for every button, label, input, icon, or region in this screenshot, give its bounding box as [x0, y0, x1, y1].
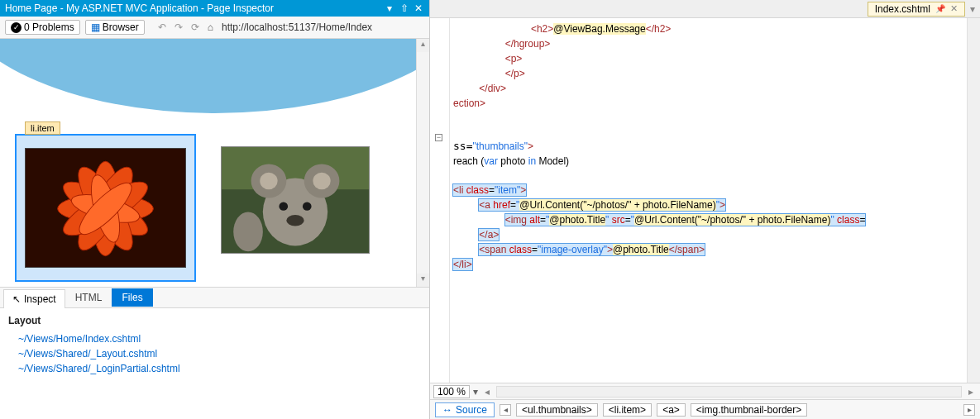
tab-files[interactable]: Files [112, 288, 152, 307]
thumbnails-row [15, 134, 370, 282]
editor-scrollbar[interactable] [967, 18, 980, 383]
breadcrumb-item[interactable]: <li.item> [603, 403, 652, 417]
tab-inspect[interactable]: ↖ Inspect [3, 289, 65, 308]
window-controls: ▾ ⇧ ✕ [384, 2, 424, 14]
file-tab-bar: Index.cshtml 📌 ✕ ▾ [430, 0, 980, 18]
code-content[interactable]: <h2>@ViewBag.Message</h2> </hgroup> <p> … [453, 21, 963, 272]
element-tooltip: li.item [25, 121, 60, 135]
pin-icon[interactable]: ⇧ [399, 2, 410, 14]
window-dropdown-icon[interactable]: ▾ [384, 2, 395, 14]
scroll-right-icon[interactable]: ▸ [965, 386, 977, 398]
close-icon[interactable]: ✕ [413, 2, 424, 14]
browser-label: Browser [103, 21, 139, 33]
horizontal-scrollbar[interactable] [496, 386, 962, 398]
source-button[interactable]: ↔ Source [435, 402, 495, 417]
refresh-icon[interactable]: ⟳ [191, 21, 199, 33]
preview-scrollbar[interactable]: ▴ ▾ [416, 39, 429, 287]
forward-icon[interactable]: ↷ [174, 21, 183, 33]
thumbnail-image-1 [25, 148, 186, 268]
zoom-bar: 100 % ▾ ◂ ▸ [430, 383, 980, 399]
inspector-tabs: ↖ Inspect HTML Files [0, 287, 429, 308]
svg-point-16 [260, 173, 277, 189]
browser-button[interactable]: ▦ Browser [85, 20, 145, 35]
file-tab-index[interactable]: Index.cshtml 📌 ✕ [868, 2, 965, 17]
cursor-icon: ↖ [12, 293, 21, 305]
layout-section: Layout ~/Views/Home/Index.cshtml ~/Views… [0, 308, 429, 383]
close-icon[interactable]: ✕ [950, 3, 958, 14]
fold-icon[interactable]: − [435, 134, 442, 141]
tab-overflow-icon[interactable]: ▾ [970, 3, 975, 15]
zoom-level[interactable]: 100 % [433, 385, 470, 398]
code-gutter: − [430, 18, 450, 383]
file-tab-label: Index.cshtml [875, 3, 930, 15]
breadcrumb-bar: ↔ Source ◂ <ul.thumbnails> <li.item> <a>… [430, 399, 980, 419]
svg-point-19 [303, 202, 312, 211]
layout-path[interactable]: ~/Views/Home/Index.cshtml [8, 331, 421, 346]
arrows-icon: ↔ [442, 404, 452, 416]
breadcrumb-item[interactable]: <ul.thumbnails> [516, 403, 598, 417]
layout-heading: Layout [8, 315, 421, 326]
svg-point-18 [279, 202, 288, 211]
problems-count: 0 Problems [24, 21, 74, 33]
breadcrumb-item[interactable]: <img.thumbnail-border> [691, 403, 807, 417]
zoom-dropdown-icon[interactable]: ▾ [473, 386, 478, 398]
window-title: Home Page - My ASP.NET MVC Application -… [5, 2, 380, 14]
browser-icon: ▦ [91, 21, 100, 33]
breadcrumb-prev-icon[interactable]: ◂ [500, 404, 511, 416]
home-icon[interactable]: ⌂ [208, 21, 213, 33]
layout-path[interactable]: ~/Views/Shared/_Layout.cshtml [8, 346, 421, 361]
layout-path[interactable]: ~/Views/Shared/_LoginPartial.cshtml [8, 361, 421, 376]
scroll-left-icon[interactable]: ◂ [481, 386, 493, 398]
pin-icon[interactable]: 📌 [935, 4, 945, 13]
svg-point-20 [286, 215, 304, 226]
page-inspector-panel: Home Page - My ASP.NET MVC Application -… [0, 0, 430, 419]
thumbnail-image-2[interactable] [221, 146, 370, 254]
svg-point-21 [233, 212, 263, 252]
problems-button[interactable]: ✓ 0 Problems [5, 20, 80, 35]
scroll-up-icon[interactable]: ▴ [417, 39, 429, 52]
page-background [0, 39, 429, 113]
breadcrumb-next-icon[interactable]: ▸ [963, 404, 975, 416]
code-editor[interactable]: ╪ − <h2>@ViewBag.Message</h2> </hgroup> … [430, 18, 980, 383]
scroll-down-icon[interactable]: ▾ [417, 274, 429, 287]
code-editor-panel: Index.cshtml 📌 ✕ ▾ ╪ − <h2>@ViewBag.Mess… [430, 0, 980, 419]
selected-thumbnail[interactable] [15, 134, 196, 282]
breadcrumb-item[interactable]: <a> [657, 403, 686, 417]
browser-preview: li.item [0, 39, 429, 287]
tab-html[interactable]: HTML [65, 288, 112, 307]
titlebar: Home Page - My ASP.NET MVC Application -… [0, 0, 429, 17]
inspector-toolbar: ✓ 0 Problems ▦ Browser ↶ ↷ ⟳ ⌂ http://lo… [0, 17, 429, 39]
address-bar[interactable]: http://localhost:51137/Home/Index [222, 21, 372, 33]
svg-point-17 [313, 173, 330, 189]
back-icon[interactable]: ↶ [158, 21, 166, 33]
check-icon: ✓ [11, 22, 22, 33]
